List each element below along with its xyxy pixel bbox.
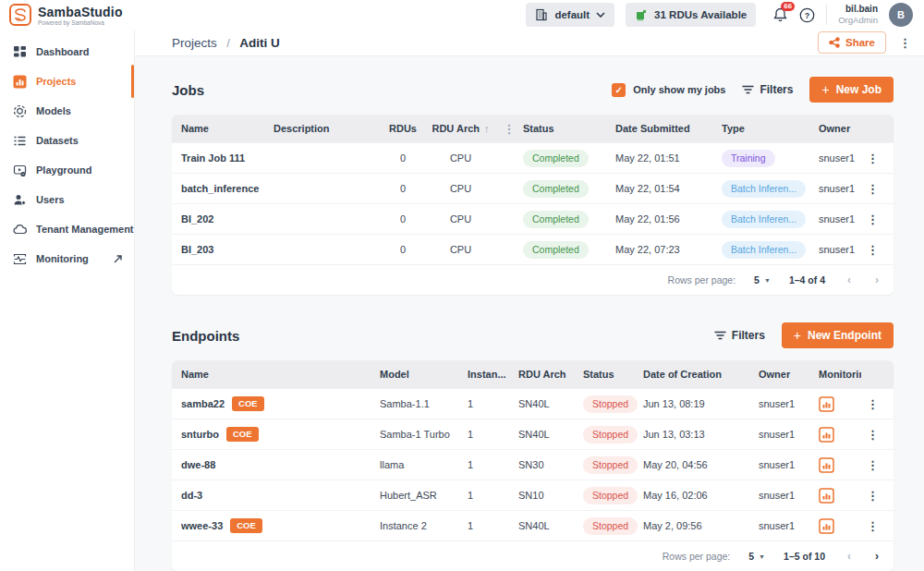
column-header-description[interactable]: Description [274, 123, 380, 134]
column-header-type[interactable]: Type [722, 123, 819, 134]
table-row[interactable]: batch_inference 0 CPU Completed May 22, … [172, 173, 894, 203]
only-show-my-jobs-checkbox[interactable]: ✓ Only show my jobs [612, 83, 725, 97]
tenant-selector[interactable]: default [526, 3, 614, 27]
filter-icon [742, 85, 754, 94]
endpoint-owner: snuser1 [759, 520, 819, 531]
sidebar-item-users[interactable]: Users [0, 185, 134, 214]
column-header-monitoring[interactable]: Monitoring [819, 369, 861, 380]
chevron-down-icon: ▼ [764, 277, 771, 284]
job-owner: snuser1 [819, 183, 861, 194]
page-menu-icon[interactable]: ⋮ [899, 37, 911, 49]
chevron-down-icon: ▼ [759, 553, 765, 560]
plus-icon: + [821, 82, 829, 97]
monitoring-chart-icon[interactable] [819, 427, 834, 443]
column-header-status[interactable]: Status [583, 369, 643, 380]
column-header-name[interactable]: Name [181, 369, 380, 380]
column-header-name[interactable]: Name [181, 123, 274, 134]
table-row[interactable]: Train Job 111 0 CPU Completed May 22, 01… [172, 142, 894, 173]
row-menu-icon[interactable]: ⋮ [867, 429, 879, 441]
projects-icon [13, 75, 27, 89]
sidebar-item-datasets[interactable]: Datasets [0, 126, 134, 155]
coe-badge: COE [230, 518, 262, 532]
table-row[interactable]: wwee-33COE Instance 2 1 SN40L Stopped Ma… [172, 510, 894, 541]
column-header-instances[interactable]: Instan... [468, 369, 518, 380]
table-row[interactable]: dwe-88 llama 1 SN30 Stopped May 20, 04:5… [172, 449, 894, 480]
breadcrumb: Projects / Aditi U [172, 34, 280, 51]
rdu-chip-icon [635, 8, 648, 21]
rows-per-page-select[interactable]: 5▼ [754, 274, 771, 286]
only-show-my-jobs-label: Only show my jobs [633, 84, 725, 95]
previous-page-icon[interactable]: ‹ [847, 551, 851, 562]
endpoint-name: snturbo [181, 429, 219, 440]
share-button[interactable]: Share [818, 31, 886, 54]
monitoring-chart-icon[interactable] [819, 488, 834, 504]
row-menu-icon[interactable]: ⋮ [867, 213, 879, 225]
column-menu-icon[interactable]: ⋮ [504, 123, 516, 135]
breadcrumb-projects-link[interactable]: Projects [172, 36, 217, 50]
jobs-table: Name Description RDUs RDU Arch↑ ⋮ Status… [172, 115, 894, 295]
sidebar-item-dashboard[interactable]: Dashboard [0, 37, 134, 67]
previous-page-icon[interactable]: ‹ [847, 274, 851, 286]
column-header-model[interactable]: Model [380, 369, 468, 380]
avatar[interactable]: B [889, 3, 913, 27]
sidebar-item-monitoring[interactable]: Monitoring [0, 244, 134, 273]
job-date-submitted: May 22, 01:56 [615, 213, 722, 225]
column-header-rdu-arch[interactable]: RDU Arch [518, 369, 583, 380]
column-header-status[interactable]: Status [523, 123, 615, 134]
sidebar-item-models[interactable]: Models [0, 96, 134, 126]
app-logo: SambaStudio Powered by SambaNova [9, 4, 123, 26]
sidebar-item-playground[interactable]: Playground [0, 155, 134, 185]
endpoint-instances: 1 [468, 520, 518, 531]
endpoints-filters-button[interactable]: Filters [714, 329, 765, 342]
sidebar-item-projects[interactable]: Projects [0, 67, 134, 96]
rdus-available-chip[interactable]: 31 RDUs Available [626, 3, 756, 27]
type-badge: Training [722, 150, 775, 167]
endpoints-pagination: Rows per page: 5▼ 1–5 of 10 ‹ › [172, 541, 894, 571]
job-rdus: 0 [380, 183, 426, 194]
job-rdus: 0 [380, 152, 426, 164]
monitoring-chart-icon[interactable] [819, 457, 834, 473]
job-name: BI_202 [181, 213, 274, 225]
column-header-rdu-arch[interactable]: RDU Arch↑ [426, 123, 495, 134]
endpoint-instances: 1 [468, 398, 518, 409]
next-page-icon[interactable]: › [875, 551, 879, 562]
row-menu-icon[interactable]: ⋮ [867, 520, 879, 532]
endpoint-model: llama [380, 459, 468, 470]
column-header-rdus[interactable]: RDUs [380, 123, 426, 134]
column-header-owner[interactable]: Owner [819, 123, 861, 134]
rows-per-page-select[interactable]: 5▼ [748, 551, 765, 562]
jobs-section: Jobs ✓ Only show my jobs Filters [172, 77, 894, 295]
row-menu-icon[interactable]: ⋮ [867, 183, 879, 195]
table-row[interactable]: snturboCOE Samba-1 Turbo 1 SN40L Stopped… [172, 419, 894, 449]
endpoint-model: Hubert_ASR [380, 490, 468, 501]
job-date-submitted: May 22, 01:51 [615, 152, 722, 164]
row-menu-icon[interactable]: ⋮ [867, 244, 879, 256]
monitoring-chart-icon[interactable] [819, 518, 834, 534]
new-job-button[interactable]: + New Job [809, 77, 894, 103]
table-row[interactable]: samba22COE Samba-1.1 1 SN40L Stopped Jun… [172, 388, 894, 419]
row-menu-icon[interactable]: ⋮ [867, 490, 879, 502]
help-button[interactable]: ? [799, 7, 815, 23]
column-header-owner[interactable]: Owner [759, 369, 819, 380]
column-header-date-of-creation[interactable]: Date of Creation [643, 369, 759, 380]
new-endpoint-button[interactable]: + New Endpoint [782, 322, 894, 348]
endpoints-section: Endpoints Filters + New Endpoint [172, 322, 894, 571]
table-row[interactable]: BI_202 0 CPU Completed May 22, 01:56 Bat… [172, 203, 894, 234]
table-row[interactable]: dd-3 Hubert_ASR 1 SN10 Stopped May 16, 0… [172, 480, 894, 510]
jobs-filters-button[interactable]: Filters [742, 83, 793, 96]
row-menu-icon[interactable]: ⋮ [867, 459, 879, 471]
header-divider [826, 5, 827, 25]
status-badge: Completed [523, 241, 589, 259]
notifications-button[interactable]: 66 [772, 6, 788, 23]
status-badge: Stopped [583, 517, 638, 535]
row-menu-icon[interactable]: ⋮ [867, 152, 879, 164]
job-rdus: 0 [380, 213, 426, 225]
sidebar-item-tenant-management[interactable]: Tenant Management [0, 214, 134, 244]
user-menu[interactable]: bil.bain OrgAdmin [838, 4, 878, 26]
row-menu-icon[interactable]: ⋮ [867, 398, 879, 410]
next-page-icon[interactable]: › [875, 274, 879, 286]
monitoring-chart-icon[interactable] [819, 396, 834, 412]
chevron-down-icon [596, 12, 605, 18]
column-header-date-submitted[interactable]: Date Submitted [615, 123, 722, 134]
table-row[interactable]: BI_203 0 CPU Completed May 22, 07:23 Bat… [172, 234, 894, 264]
